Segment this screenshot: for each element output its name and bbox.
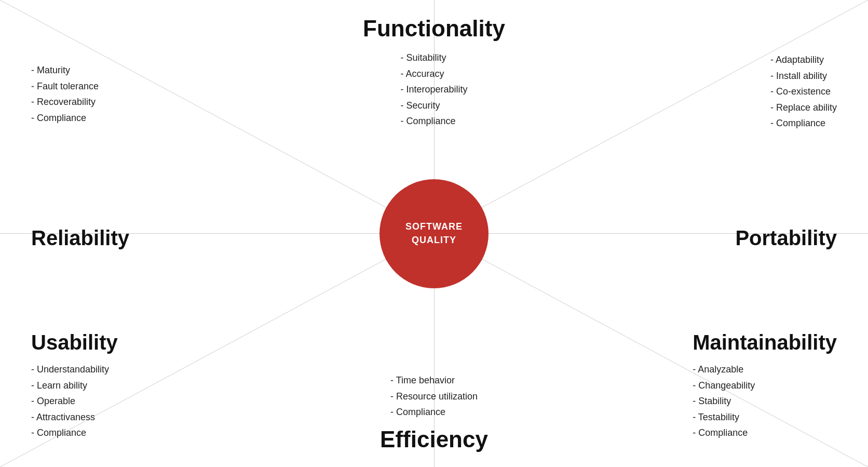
efficiency-title: Efficiency xyxy=(380,426,488,452)
list-item: Compliance xyxy=(31,110,99,126)
portability-title-section: Portability xyxy=(735,218,837,249)
list-item: Compliance xyxy=(400,113,467,129)
list-item: Time behavior xyxy=(390,372,478,389)
portability-items-section: Adaptability Install ability Co-existenc… xyxy=(770,52,837,131)
functionality-title: Functionality xyxy=(363,16,505,42)
list-item: Adaptability xyxy=(770,52,837,68)
center-circle: SOFTWARE QUALITY xyxy=(379,179,489,288)
efficiency-section: Time behavior Resource utilization Compl… xyxy=(380,372,488,452)
usability-items: Understandability Learn ability Operable… xyxy=(31,362,118,441)
maintainability-title: Maintainability xyxy=(693,331,837,354)
portability-title: Portability xyxy=(735,226,837,249)
center-circle-text: SOFTWARE QUALITY xyxy=(405,220,463,246)
list-item: Learn ability xyxy=(31,378,118,394)
list-item: Interoperability xyxy=(400,82,467,98)
list-item: Testability xyxy=(693,409,837,425)
list-item: Accuracy xyxy=(400,66,467,82)
maintainability-items: Analyzable Changeability Stability Testa… xyxy=(693,362,837,441)
functionality-section: Functionality Suitability Accuracy Inter… xyxy=(363,16,505,129)
list-item: Changeability xyxy=(693,378,837,394)
list-item: Recoverability xyxy=(31,94,99,110)
maintainability-section: Maintainability Analyzable Changeability… xyxy=(693,331,837,441)
portability-items: Adaptability Install ability Co-existenc… xyxy=(770,52,837,131)
list-item: Attractivaness xyxy=(31,409,118,425)
list-item: Replace ability xyxy=(770,100,837,116)
list-item: Resource utilization xyxy=(390,389,478,405)
list-item: Suitability xyxy=(400,50,467,66)
list-item: Fault tolerance xyxy=(31,78,99,95)
list-item: Understandability xyxy=(31,362,118,378)
list-item: Security xyxy=(400,98,467,114)
diagram-container: SOFTWARE QUALITY Functionality Suitabili… xyxy=(0,0,868,467)
reliability-title-section: Reliability xyxy=(31,218,129,249)
list-item: Compliance xyxy=(31,425,118,441)
reliability-title: Reliability xyxy=(31,226,129,249)
reliability-items: Maturity Fault tolerance Recoverability … xyxy=(31,62,99,126)
list-item: Co-existence xyxy=(770,84,837,100)
usability-section: Usability Understandability Learn abilit… xyxy=(31,331,118,441)
list-item: Analyzable xyxy=(693,362,837,378)
list-item: Compliance xyxy=(770,115,837,131)
list-item: Operable xyxy=(31,393,118,409)
list-item: Install ability xyxy=(770,68,837,84)
efficiency-items: Time behavior Resource utilization Compl… xyxy=(390,372,478,420)
list-item: Compliance xyxy=(390,404,478,420)
list-item: Compliance xyxy=(693,425,837,441)
usability-title: Usability xyxy=(31,331,118,354)
functionality-items: Suitability Accuracy Interoperability Se… xyxy=(400,50,467,129)
list-item: Maturity xyxy=(31,62,99,78)
reliability-items-section: Maturity Fault tolerance Recoverability … xyxy=(31,62,99,126)
list-item: Stability xyxy=(693,393,837,409)
